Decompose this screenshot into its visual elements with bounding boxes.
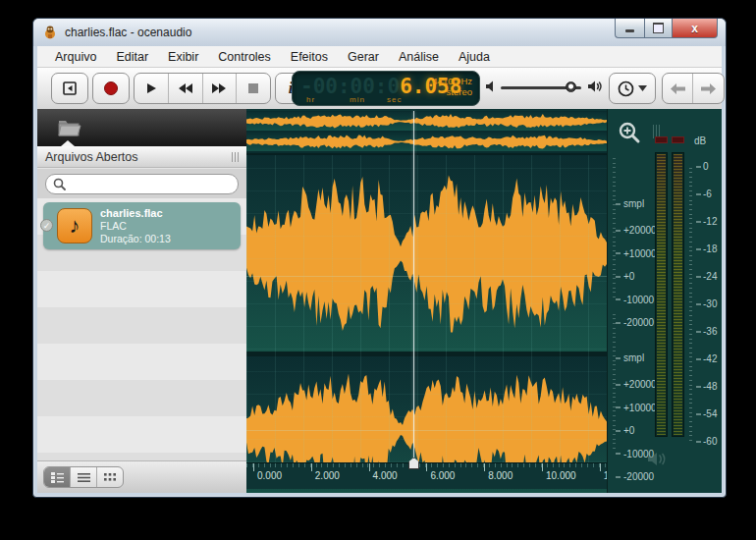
overview-strip[interactable] [246, 111, 607, 155]
db-scale-title: dB [694, 135, 706, 146]
view-grid-button[interactable] [97, 467, 123, 487]
timeline-tick-label: 6.000 [430, 470, 455, 481]
minimize-icon [625, 29, 634, 32]
file-check-icon[interactable]: ✓ [40, 219, 53, 232]
timeline-tick-label: 2.000 [315, 470, 340, 481]
close-button[interactable]: x [673, 19, 718, 38]
app-window: charlies.flac - ocenaudio x ArquivoEdita… [32, 18, 727, 498]
amplitude-label: -10000 [616, 294, 654, 304]
menu-item-arquivo[interactable]: Arquivo [45, 48, 106, 66]
amplitude-label: +0 [616, 271, 634, 282]
arrow-left-icon [671, 83, 685, 94]
unit-min-label: min [350, 95, 365, 104]
timeline-major-tick [542, 463, 543, 471]
app-icon [43, 26, 57, 39]
timeline-major-tick [253, 463, 254, 471]
db-tick-label: -54 [696, 408, 717, 419]
format-readout: 44100 Hz stereo [432, 76, 472, 97]
panel-grip-icon[interactable] [232, 152, 239, 162]
sidebar: Arquivos Abertos ✓ ♪ charlies.flac [37, 109, 246, 493]
amplitude-label: -20000 [616, 317, 654, 328]
close-icon: x [691, 22, 698, 35]
volume-slider[interactable] [501, 86, 581, 89]
stop-button[interactable] [237, 74, 270, 103]
db-tick-label: -42 [696, 353, 717, 364]
fast-forward-icon [211, 82, 227, 94]
waveform-view[interactable] [246, 155, 607, 462]
timeline-tick-label: 8.000 [488, 470, 513, 481]
menu-item-controles[interactable]: Controles [208, 48, 281, 66]
volume-slider-knob[interactable] [566, 81, 576, 92]
view-mode-group [43, 466, 124, 488]
panel-title: Arquivos Abertos [45, 150, 232, 164]
view-grid-icon [104, 472, 116, 483]
window-controls: x [615, 19, 718, 37]
file-list-item[interactable]: ✓ ♪ charlies.flac FLAC Duração: 00:13 [43, 202, 241, 249]
db-tick-label: -36 [696, 326, 717, 337]
sidebar-bottom-bar [37, 460, 246, 493]
db-minor-ticks [689, 166, 692, 441]
amplitude-label: +0 [616, 425, 634, 436]
overview-channel-left [246, 112, 607, 131]
timeline-major-tick [426, 463, 427, 471]
rewind-button[interactable] [169, 74, 203, 103]
play-button[interactable] [135, 74, 169, 103]
search-input[interactable] [70, 176, 232, 192]
amplitude-label: smpl [616, 198, 644, 209]
redo-forward-button[interactable] [693, 74, 723, 103]
db-tick-label: -6 [696, 189, 712, 199]
overview-channel-right [246, 133, 607, 151]
menu-item-editar[interactable]: Editar [106, 48, 158, 66]
maximize-button[interactable] [644, 19, 673, 38]
clock-icon [618, 81, 634, 97]
fast-forward-button[interactable] [203, 74, 238, 103]
clip-indicator-left[interactable] [655, 136, 668, 143]
amplitude-label: smpl [616, 352, 644, 363]
time-display: -00:00:06.058 hr min sec 44100 Hz stereo [292, 71, 480, 106]
monitor-speaker-icon[interactable] [647, 451, 669, 467]
sample-rate-label: 44100 Hz [432, 76, 472, 86]
stop-icon [247, 82, 259, 94]
history-nav-group [662, 73, 725, 104]
timeline-tick-label: 0.000 [257, 470, 282, 481]
menu-item-análise[interactable]: Análise [389, 48, 449, 66]
screenshot-stage: charlies.flac - ocenaudio x ArquivoEdita… [0, 0, 756, 540]
zoom-in-icon[interactable] [618, 121, 641, 144]
timeline-major-tick [600, 463, 601, 471]
db-tick-label: -12 [696, 216, 717, 227]
level-meter-left [655, 152, 668, 437]
record-button[interactable] [92, 73, 130, 104]
level-meter-right [672, 152, 684, 437]
rewind-icon [178, 82, 193, 94]
db-tick-label: 0 [696, 161, 709, 172]
open-files-folder-icon[interactable] [57, 117, 82, 138]
open-files-list: ✓ ♪ charlies.flac FLAC Duração: 00:13 [37, 198, 246, 461]
title-bar[interactable]: charlies.flac - ocenaudio x [33, 19, 726, 46]
minimize-button[interactable] [615, 19, 644, 38]
timeline-major-tick [311, 463, 312, 471]
timeline-tick-label: 10.000 [546, 470, 576, 481]
db-tick-label: -60 [696, 436, 717, 447]
clip-indicator-right[interactable] [672, 136, 684, 143]
view-list-button[interactable] [71, 467, 97, 487]
unit-sec-label: sec [387, 95, 402, 104]
amplitude-label: +20000 [616, 379, 657, 390]
grid-overlay [246, 155, 607, 462]
undo-back-button[interactable] [663, 74, 693, 103]
view-details-button[interactable] [44, 467, 71, 487]
menu-item-gerar[interactable]: Gerar [338, 48, 389, 66]
timeline-major-tick [484, 463, 485, 471]
file-duration: Duração: 00:13 [100, 233, 171, 245]
file-info: charlies.flac FLAC Duração: 00:13 [100, 207, 171, 245]
db-tick-label: -18 [696, 243, 717, 254]
menu-item-efeitos[interactable]: Efeitos [281, 48, 338, 66]
time-format-button[interactable] [609, 73, 656, 104]
waveform-editor[interactable]: 0.0002.0004.0006.0008.00010.00012.000 sm… [246, 109, 722, 493]
menu-item-ajuda[interactable]: Ajuda [449, 48, 500, 66]
search-box[interactable] [45, 174, 239, 194]
timeline-ruler[interactable]: 0.0002.0004.0006.0008.00010.00012.000 [246, 462, 607, 489]
amplitude-label: +10000 [616, 247, 657, 258]
playhead-line [413, 111, 414, 462]
go-to-start-button[interactable] [51, 73, 88, 104]
menu-item-exibir[interactable]: Exibir [158, 48, 208, 66]
